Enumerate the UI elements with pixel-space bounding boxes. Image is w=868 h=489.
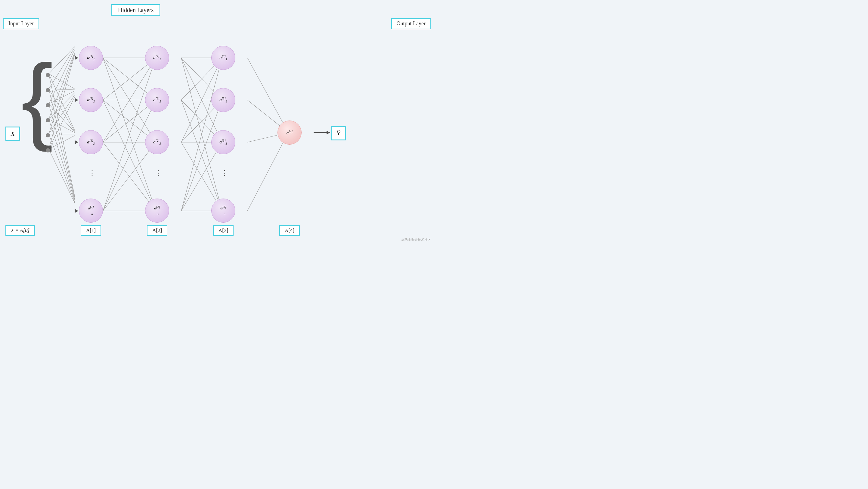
svg-line-31: [103, 100, 156, 211]
ellipsis-l1: ⋮: [89, 169, 97, 177]
svg-marker-70: [75, 56, 78, 60]
svg-marker-61: [327, 131, 330, 134]
input-layer-label: Input Layer: [3, 18, 39, 29]
node-l1-2: a[1]2: [79, 88, 103, 112]
node-l1-3: a[1]3: [79, 130, 103, 154]
svg-line-37: [103, 100, 156, 211]
svg-line-38: [103, 142, 156, 211]
node-l2-1: a[2]1: [145, 46, 169, 70]
bottom-label-x: X = A[0]: [5, 225, 35, 236]
ellipsis-l2: ⋮: [155, 169, 163, 177]
watermark: @稀土掘金技术社区: [402, 237, 431, 242]
svg-line-53: [181, 100, 222, 211]
input-dot-3: [46, 103, 50, 107]
svg-line-47: [181, 100, 222, 211]
bottom-label-a2: A[2]: [147, 225, 167, 236]
neural-network-diagram: Hidden Layers Input Layer Output Layer X…: [0, 0, 434, 244]
node-l1-1: a[1]1: [79, 46, 103, 70]
svg-line-59: [247, 133, 288, 211]
node-l2-n: a[2]n: [145, 199, 169, 223]
node-l4-output: a[4]: [278, 120, 302, 145]
svg-marker-71: [75, 98, 78, 102]
input-dot-5: [46, 133, 50, 137]
input-bracket: {: [21, 57, 53, 139]
node-l3-n: a[3]n: [211, 199, 235, 223]
input-dot-4: [46, 118, 50, 122]
input-dot-1: [46, 73, 50, 77]
svg-line-23: [49, 149, 75, 203]
node-l2-2: a[2]2: [145, 88, 169, 112]
input-dot-2: [46, 88, 50, 92]
x-input-box: X: [5, 126, 20, 141]
input-dot-6: [46, 148, 50, 152]
y-hat-box: Ŷ: [331, 126, 346, 140]
node-l2-3: a[2]3: [145, 130, 169, 154]
hidden-layers-label: Hidden Layers: [111, 4, 160, 16]
svg-marker-72: [75, 140, 78, 144]
bottom-label-a3: A[3]: [213, 225, 234, 236]
svg-line-56: [247, 58, 288, 133]
node-l3-3: a[3]3: [211, 130, 235, 154]
node-l3-2: a[3]2: [211, 88, 235, 112]
node-l3-1: a[3]1: [211, 46, 235, 70]
ellipsis-l3: ⋮: [221, 169, 229, 177]
node-l1-n: a[1]n: [79, 199, 103, 223]
output-layer-label: Output Layer: [391, 18, 431, 29]
bottom-label-a4: A[4]: [279, 225, 300, 236]
bottom-label-a1: A[1]: [81, 225, 101, 236]
y-hat-label: Ŷ: [336, 129, 341, 137]
svg-marker-73: [75, 209, 78, 213]
svg-line-35: [103, 142, 156, 211]
